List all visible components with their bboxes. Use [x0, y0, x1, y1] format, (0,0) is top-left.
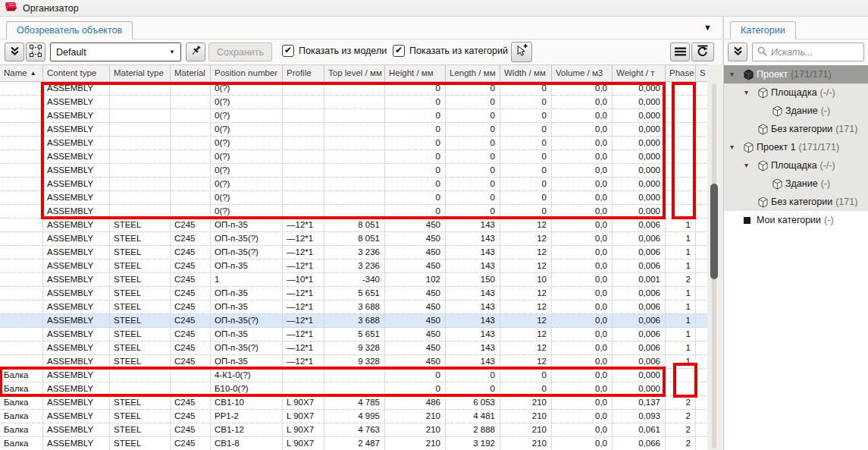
table-cell: 0(?): [211, 178, 283, 191]
table-cell: ASSEMBLY: [43, 96, 110, 109]
tree-item[interactable]: Без категории(171): [724, 193, 868, 211]
select-in-model-button[interactable]: [26, 42, 45, 61]
save-button[interactable]: Сохранить: [208, 42, 272, 61]
table-cell: [324, 82, 385, 96]
table-row[interactable]: ASSEMBLYSTEELC245ОП-п-35—12*15 651450143…: [0, 287, 707, 301]
table-row[interactable]: ASSEMBLY0(?)0000,00,000: [0, 82, 707, 96]
table-row[interactable]: ASSEMBLY0(?)0000,00,000: [0, 191, 707, 205]
table-cell: 0: [500, 382, 552, 396]
tree-item[interactable]: ▾Проект(171/171): [724, 65, 868, 83]
tree-expand-icon[interactable]: ▾: [744, 162, 758, 169]
table-row[interactable]: ASSEMBLYSTEELC245ОП-п-35—12*18 051450143…: [0, 219, 707, 232]
table-cell: 1: [666, 301, 696, 314]
table-cell: [110, 178, 171, 191]
tree-expand-icon[interactable]: ▾: [730, 71, 744, 78]
tree-item[interactable]: Без категории(171): [724, 120, 868, 138]
tree-item[interactable]: Здание(-): [724, 175, 868, 193]
table-row[interactable]: ASSEMBLYSTEELC245ОП-п-35—12*15 651450143…: [0, 328, 707, 341]
table-row[interactable]: ASSEMBLY0(?)0000,00,000: [0, 109, 707, 123]
titlebar: Организатор: [0, 0, 868, 17]
table-cell: C245: [171, 219, 211, 232]
tree-expand-icon[interactable]: ▾: [730, 143, 744, 151]
table-row[interactable]: ASSEMBLYSTEELC245ОП-п-35—12*19 328450143…: [0, 355, 707, 369]
scrollbar-thumb[interactable]: [710, 184, 718, 279]
table-row[interactable]: ASSEMBLYSTEELC245ОП-п-35—12*13 236450143…: [0, 260, 707, 273]
checkbox-show-from-categories[interactable]: ✔: [393, 45, 405, 57]
search-input[interactable]: [771, 47, 859, 58]
column-header-length-мм[interactable]: Length / мм: [446, 65, 500, 81]
table-row[interactable]: БалкаASSEMBLYSTEELC245СВ1-8L 90X72 48721…: [0, 437, 707, 450]
table-cell: 0(?): [211, 150, 283, 164]
column-header-s[interactable]: S: [696, 65, 707, 81]
table-cell: [171, 205, 211, 219]
pin-button[interactable]: [186, 42, 205, 61]
column-header-phase[interactable]: Phase: [666, 65, 696, 81]
tree-item-label: Площадка: [771, 87, 817, 98]
table-row[interactable]: БалкаASSEMBLYБ10-0(?)0000,00,000: [0, 382, 707, 396]
table-cell: —10*1: [283, 273, 324, 287]
table-row[interactable]: БалкаASSEMBLYSTEELC245СВ1-10L 90X74 7854…: [0, 396, 707, 410]
table-cell: [696, 191, 707, 205]
add-selection-button[interactable]: [511, 42, 532, 62]
tab-categories[interactable]: Категории: [730, 21, 796, 39]
column-header-top-level-мм[interactable]: Top level / мм: [324, 65, 385, 81]
table-cell: 0: [385, 137, 446, 150]
table-cell: [171, 82, 211, 96]
column-header-volume-м3[interactable]: Volume / м3: [552, 65, 613, 81]
tree-item[interactable]: ▾Площадка(-/-): [724, 83, 868, 102]
table-row[interactable]: ASSEMBLYSTEELC245ОП-п-35(?)—12*13 236450…: [0, 246, 707, 260]
categories-collapse-button[interactable]: [728, 42, 747, 61]
tree-expand-icon[interactable]: ▾: [744, 89, 758, 96]
table-row[interactable]: ASSEMBLYSTEELC2451—10*1-340102150100,00,…: [0, 273, 707, 287]
table-cell: 450: [385, 219, 446, 232]
column-header-material[interactable]: Material: [171, 65, 211, 81]
table-row[interactable]: ASSEMBLY0(?)0000,00,000: [0, 137, 707, 150]
table-cell: 0,006: [613, 232, 666, 246]
table-cell: 0,006: [613, 287, 666, 301]
tree-item[interactable]: Мои категории(-): [724, 211, 868, 229]
tab-dropdown-icon[interactable]: ▼: [703, 24, 712, 32]
table-row[interactable]: ASSEMBLYSTEELC245ОП-п-35(?)—12*19 328450…: [0, 341, 707, 355]
column-header-label: Top level / мм: [328, 68, 382, 77]
column-header-weight-т[interactable]: Weight / т: [613, 65, 666, 81]
collapse-all-button[interactable]: [5, 42, 24, 61]
table-row[interactable]: ASSEMBLY0(?)0000,00,000: [0, 205, 707, 219]
table-row[interactable]: ASSEMBLYSTEELC245ОП-п-35—12*13 688450143…: [0, 301, 707, 314]
table-cell: [283, 150, 324, 164]
table-row[interactable]: ASSEMBLY0(?)0000,00,000: [0, 96, 707, 109]
checkbox-show-from-model[interactable]: ✔: [282, 45, 294, 57]
table-cell: 0: [446, 382, 500, 396]
table-vertical-scrollbar[interactable]: [712, 83, 716, 448]
table-row[interactable]: ASSEMBLYSTEELC245ОП-п-35(?)—12*18 051450…: [0, 232, 707, 246]
preset-combobox[interactable]: Default ▼: [50, 42, 181, 61]
tree-item[interactable]: ▾Проект 1(171/171): [724, 138, 868, 156]
table-cell: 12: [500, 287, 552, 301]
table-cell: 0,000: [613, 96, 666, 109]
tree-item-label: Проект 1: [757, 142, 796, 153]
column-header-position-number[interactable]: Position number: [211, 65, 283, 81]
object-browser-toolbar: Default ▼ Сохранить: [0, 39, 722, 65]
tab-object-browser[interactable]: Обозреватель объектов: [6, 21, 133, 39]
column-header-name[interactable]: Name▲: [0, 65, 43, 81]
table-row[interactable]: ASSEMBLY0(?)0000,00,000: [0, 164, 707, 178]
view-options-button[interactable]: [670, 42, 690, 61]
table-row[interactable]: БалкаASSEMBLY4-К1-0(?)0000,00,000: [0, 369, 707, 382]
table-row[interactable]: ASSEMBLY0(?)0000,00,000: [0, 150, 707, 164]
table-row[interactable]: БалкаASSEMBLYSTEELC245РР1-2L 90X74 99521…: [0, 410, 707, 423]
column-header-material-type[interactable]: Material type: [110, 65, 171, 81]
table-cell: 0(?): [211, 96, 283, 109]
column-header-height-мм[interactable]: Height / мм: [385, 65, 446, 81]
table-row[interactable]: БалкаASSEMBLYSTEELC245СВ1-12L 90X74 7632…: [0, 423, 707, 437]
table-row[interactable]: ASSEMBLY0(?)0000,00,000: [0, 123, 707, 137]
table-row[interactable]: ASSEMBLY0(?)0000,00,000: [0, 178, 707, 191]
column-header-content-type[interactable]: Content type: [43, 65, 110, 81]
table-cell: 0(?): [211, 191, 283, 205]
column-header-profile[interactable]: Profile: [283, 65, 324, 81]
refresh-button[interactable]: [691, 42, 714, 61]
tree-item[interactable]: ▾Площадка(-/-): [724, 156, 868, 175]
column-header-width-мм[interactable]: Width / мм: [500, 65, 552, 81]
table-cell: 12: [500, 328, 552, 341]
table-row[interactable]: ASSEMBLYSTEELC245ОП-п-35(?)—12*13 688450…: [0, 314, 707, 328]
table-cell: ОП-п-35: [211, 287, 283, 301]
tree-item[interactable]: Здание(-): [724, 102, 868, 120]
